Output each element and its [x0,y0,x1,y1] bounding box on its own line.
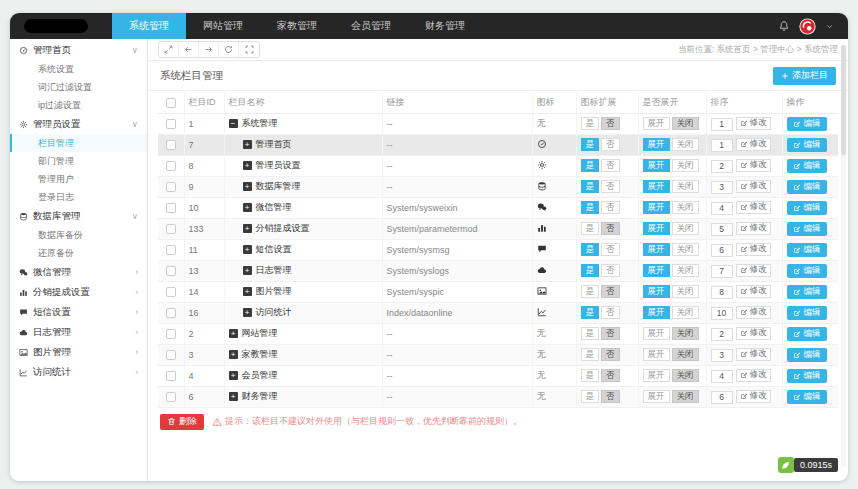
row-checkbox[interactable] [166,287,176,297]
tree-plus-icon[interactable]: + [229,392,238,401]
yes-button[interactable]: 是 [581,201,600,214]
edit-button[interactable]: 编辑 [787,117,827,131]
select-all-checkbox[interactable] [166,98,176,108]
close-button[interactable]: 关闭 [672,306,699,319]
open-button[interactable]: 展开 [643,285,670,298]
no-button[interactable]: 否 [601,306,620,319]
open-button[interactable]: 展开 [643,201,670,214]
tree-plus-icon[interactable]: + [229,329,238,338]
open-button[interactable]: 展开 [643,264,670,277]
row-checkbox[interactable] [166,329,176,339]
sidebar-group-2[interactable]: 数据库管理∨ [10,206,147,226]
edit-button[interactable]: 编辑 [787,180,827,194]
modify-button[interactable]: 修改 [736,201,771,214]
edit-button[interactable]: 编辑 [787,138,827,152]
no-button[interactable]: 否 [601,201,620,214]
modify-button[interactable]: 修改 [736,222,771,235]
no-button[interactable]: 否 [601,285,620,298]
forward-button[interactable] [199,42,219,57]
open-button[interactable]: 展开 [643,159,670,172]
sort-input[interactable]: 3 [711,181,733,194]
tree-plus-icon[interactable]: + [229,371,238,380]
nav-item-3[interactable]: 会员管理 [334,13,408,39]
sidebar-item-2-0[interactable]: 数据库备份 [10,226,147,244]
sidebar-group-7[interactable]: 图片管理› [10,342,147,362]
close-button[interactable]: 关闭 [672,243,699,256]
no-button[interactable]: 否 [601,390,620,403]
sort-input[interactable]: 2 [711,160,733,173]
sidebar-group-5[interactable]: 短信设置› [10,302,147,322]
no-button[interactable]: 否 [601,243,620,256]
sidebar-group-0[interactable]: 管理首页∨ [10,40,147,60]
tree-plus-icon[interactable]: + [243,203,252,212]
edit-button[interactable]: 编辑 [787,159,827,173]
yes-button[interactable]: 是 [581,327,600,340]
close-button[interactable]: 关闭 [672,222,699,235]
no-button[interactable]: 否 [601,348,620,361]
tree-plus-icon[interactable]: + [243,245,252,254]
sort-input[interactable]: 4 [711,370,733,383]
row-checkbox[interactable] [166,119,176,129]
yes-button[interactable]: 是 [581,348,600,361]
modify-button[interactable]: 修改 [736,117,771,130]
open-button[interactable]: 展开 [643,348,670,361]
sidebar-item-1-2[interactable]: 管理用户 [10,170,147,188]
nav-item-2[interactable]: 家教管理 [260,13,334,39]
avatar[interactable] [799,18,816,35]
sort-input[interactable]: 1 [711,118,733,131]
modify-button[interactable]: 修改 [736,243,771,256]
tree-plus-icon[interactable]: + [229,350,238,359]
modify-button[interactable]: 修改 [736,348,771,361]
sidebar-group-3[interactable]: 微信管理› [10,262,147,282]
nav-item-1[interactable]: 网站管理 [186,13,260,39]
tree-plus-icon[interactable]: + [243,266,252,275]
modify-button[interactable]: 修改 [736,264,771,277]
close-button[interactable]: 关闭 [672,327,699,340]
yes-button[interactable]: 是 [581,306,600,319]
collapse-sidebar-button[interactable] [159,42,179,57]
modify-button[interactable]: 修改 [736,369,771,382]
open-button[interactable]: 展开 [643,117,670,130]
sort-input[interactable]: 5 [711,223,733,236]
modify-button[interactable]: 修改 [736,306,771,319]
add-column-button[interactable]: 添加栏目 [773,67,836,85]
no-button[interactable]: 否 [601,222,620,235]
fullscreen-button[interactable] [239,42,259,57]
sidebar-item-0-2[interactable]: ip过滤设置 [10,96,147,114]
row-checkbox[interactable] [166,224,176,234]
nav-item-4[interactable]: 财务管理 [408,13,482,39]
edit-button[interactable]: 编辑 [787,390,827,404]
close-button[interactable]: 关闭 [672,348,699,361]
close-button[interactable]: 关闭 [672,369,699,382]
no-button[interactable]: 否 [601,117,620,130]
sort-input[interactable]: 8 [711,286,733,299]
no-button[interactable]: 否 [601,369,620,382]
close-button[interactable]: 关闭 [672,159,699,172]
row-checkbox[interactable] [166,140,176,150]
sort-input[interactable]: 6 [711,244,733,257]
open-button[interactable]: 展开 [643,222,670,235]
tree-plus-icon[interactable]: + [243,140,252,149]
sidebar-item-2-1[interactable]: 还原备份 [10,244,147,262]
close-button[interactable]: 关闭 [672,180,699,193]
edit-button[interactable]: 编辑 [787,243,827,257]
row-checkbox[interactable] [166,392,176,402]
open-button[interactable]: 展开 [643,390,670,403]
edit-button[interactable]: 编辑 [787,348,827,362]
framework-logo-icon[interactable] [778,457,794,473]
sidebar-item-0-1[interactable]: 词汇过滤设置 [10,78,147,96]
back-button[interactable] [179,42,199,57]
close-button[interactable]: 关闭 [672,390,699,403]
delete-button[interactable]: 删除 [160,414,204,430]
open-button[interactable]: 展开 [643,306,670,319]
no-button[interactable]: 否 [601,264,620,277]
no-button[interactable]: 否 [601,180,620,193]
sidebar-item-1-0[interactable]: 栏目管理 [10,134,147,152]
user-menu-chevron-icon[interactable] [825,22,834,31]
sidebar-group-4[interactable]: 分销提成设置› [10,282,147,302]
modify-button[interactable]: 修改 [736,138,771,151]
yes-button[interactable]: 是 [581,369,600,382]
sidebar-item-1-1[interactable]: 部门管理 [10,152,147,170]
sidebar-group-6[interactable]: 日志管理› [10,322,147,342]
tree-plus-icon[interactable]: + [243,161,252,170]
